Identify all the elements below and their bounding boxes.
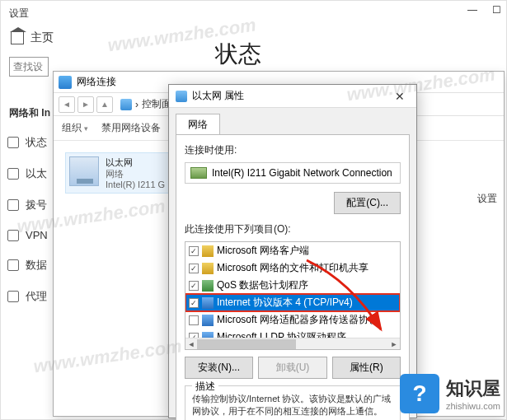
tabstrip: 网络 — [169, 108, 416, 134]
dialup-icon — [7, 199, 19, 211]
network-icon — [59, 76, 72, 89]
properties-button[interactable]: 属性(R) — [332, 357, 401, 379]
protocol-item[interactable]: Internet 协议版本 4 (TCP/IPv4) — [185, 294, 400, 311]
checkbox[interactable] — [189, 350, 199, 351]
protocol-item[interactable]: Microsoft 网络适配器多路传送器协议 — [185, 311, 400, 329]
checkbox[interactable] — [189, 246, 199, 256]
nav-item-vpn[interactable]: VPN — [1, 221, 59, 250]
checkbox[interactable] — [189, 281, 199, 291]
description-legend: 描述 — [192, 380, 218, 394]
nav-item-status[interactable]: 状态 — [1, 127, 59, 158]
description-group: 描述 传输控制协议/Internet 协议。该协议是默认的广域网协议，用于在不同… — [185, 385, 401, 420]
connection-adapter: Intel(R) I211 G — [106, 179, 165, 189]
nav-item-dialup[interactable]: 拨号 — [1, 189, 59, 221]
tab-network[interactable]: 网络 — [176, 114, 220, 135]
ethernet-connection-item[interactable]: 以太网 网络 Intel(R) I211 G — [65, 152, 172, 194]
home-icon — [11, 31, 24, 44]
breadcrumb[interactable]: › 控制面 — [120, 97, 171, 111]
protocol-label: QoS 数据包计划程序 — [217, 278, 308, 292]
scroll-left-icon[interactable]: ◄ — [185, 338, 197, 350]
tcp-icon — [202, 297, 214, 309]
protocol-label: Microsoft 网络的文件和打印机共享 — [217, 261, 369, 275]
connection-network: 网络 — [106, 168, 165, 179]
configure-button[interactable]: 配置(C)... — [334, 192, 401, 214]
status-heading: 状态 — [215, 39, 261, 70]
dialog-title: 以太网 属性 — [192, 90, 244, 101]
items-label: 此连接使用下列项目(O): — [185, 222, 401, 236]
logo-text-en: zhishiwu.com — [446, 401, 500, 411]
scroll-right-icon[interactable]: ► — [388, 338, 400, 350]
protocol-item[interactable]: QoS 数据包计划程序 — [185, 277, 400, 294]
scroll-thumb[interactable] — [197, 339, 296, 349]
settings-nav: 网络和 In 状态 以太 拨号 VPN 数据 代理 — [1, 100, 59, 312]
forward-button[interactable]: ► — [77, 96, 94, 113]
settings-label-right: 设置 — [477, 192, 497, 206]
logo-text-cn: 知识屋 — [446, 376, 500, 401]
checkbox[interactable] — [189, 298, 199, 308]
home-label: 主页 — [31, 30, 54, 45]
tcp-icon — [202, 315, 214, 326]
connection-icon — [69, 156, 99, 186]
nav-item-proxy[interactable]: 代理 — [1, 281, 59, 312]
connection-name: 以太网 — [106, 156, 165, 168]
disable-device-button[interactable]: 禁用网络设备 — [101, 121, 161, 135]
vpn-icon — [7, 230, 19, 241]
protocol-list[interactable]: Microsoft 网络客户端Microsoft 网络的文件和打印机共享QoS … — [185, 241, 401, 350]
nav-item-ethernet[interactable]: 以太 — [1, 158, 59, 189]
adapter-icon — [176, 91, 187, 102]
connection-info: 以太网 网络 Intel(R) I211 G — [106, 156, 165, 189]
button-row: 安装(N)... 卸载(U) 属性(R) — [185, 357, 401, 379]
ethernet-icon — [7, 168, 19, 180]
minimize-icon[interactable]: — — [467, 4, 477, 16]
horizontal-scrollbar[interactable]: ◄ ► — [185, 338, 400, 349]
organize-menu[interactable]: 组织 — [62, 121, 88, 135]
close-button[interactable]: ✕ — [390, 88, 410, 105]
search-input[interactable] — [9, 57, 49, 77]
checkbox[interactable] — [189, 315, 199, 325]
install-button[interactable]: 安装(N)... — [185, 357, 253, 379]
net-icon — [202, 280, 214, 292]
protocol-label: Internet 协议版本 4 (TCP/IPv4) — [217, 296, 353, 310]
back-button[interactable]: ◄ — [59, 96, 75, 113]
logo-icon: ? — [400, 374, 439, 413]
up-button[interactable]: ▲ — [96, 96, 113, 113]
protocol-label: Microsoft 网络适配器多路传送器协议 — [217, 313, 378, 327]
adapter-name: Intel(R) I211 Gigabit Network Connection — [212, 167, 392, 179]
connect-using-label: 连接时使用: — [185, 143, 401, 157]
checkbox[interactable] — [189, 264, 199, 273]
explorer-title: 网络连接 — [77, 75, 116, 89]
dialog-titlebar: 以太网 属性 ✕ — [169, 85, 416, 108]
controlpanel-icon — [120, 99, 132, 110]
protocol-item[interactable]: Microsoft 网络客户端 — [185, 242, 400, 259]
data-icon — [7, 259, 19, 271]
client-icon — [202, 245, 214, 257]
adapter-box: Intel(R) I211 Gigabit Network Connection — [185, 162, 401, 184]
tab-body: 连接时使用: Intel(R) I211 Gigabit Network Con… — [176, 134, 410, 420]
maximize-icon[interactable]: ☐ — [492, 4, 501, 16]
nav-heading: 网络和 In — [1, 100, 59, 127]
settings-titlebar: 设置 — ☐ — [1, 1, 506, 26]
nav-item-data[interactable]: 数据 — [1, 250, 59, 281]
settings-title: 设置 — [9, 7, 29, 21]
zhishiwu-logo: ? 知识屋 zhishiwu.com — [400, 374, 500, 413]
status-icon — [7, 137, 19, 148]
uninstall-button: 卸载(U) — [258, 357, 326, 379]
window-controls: — ☐ — [467, 4, 501, 16]
nic-icon — [190, 167, 207, 179]
ethernet-properties-dialog: 以太网 属性 ✕ 网络 连接时使用: Intel(R) I211 Gigabit… — [168, 84, 417, 418]
proxy-icon — [7, 291, 19, 302]
description-text: 传输控制协议/Internet 协议。该协议是默认的广域网协议，用于在不同的相互… — [192, 393, 393, 418]
client-icon — [202, 263, 214, 274]
protocol-item[interactable]: Microsoft 网络的文件和打印机共享 — [185, 259, 400, 277]
protocol-label: Microsoft 网络客户端 — [217, 244, 309, 258]
